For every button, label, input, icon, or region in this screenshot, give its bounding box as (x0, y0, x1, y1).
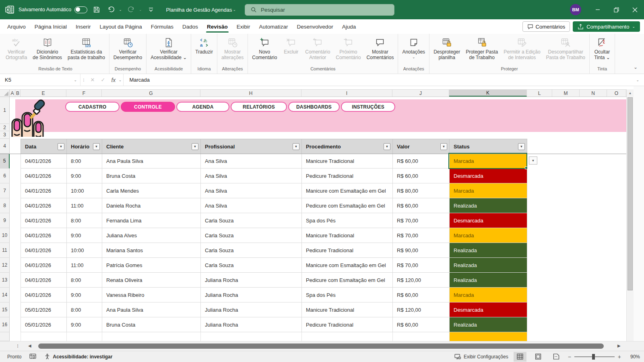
column-header-k[interactable]: K (449, 90, 527, 97)
banner-tab-agenda[interactable]: AGENDA (176, 102, 229, 112)
cell[interactable]: R$ 70,00 (393, 258, 450, 273)
column-header-a[interactable]: A (10, 90, 15, 97)
tab-automatizar[interactable]: Automatizar (255, 21, 292, 33)
cell[interactable]: Juliana Rocha (201, 302, 302, 317)
scroll-up-icon[interactable]: ▲ (627, 89, 634, 97)
column-header-e[interactable]: E (21, 90, 66, 97)
scroll-right-icon[interactable]: ▶ (617, 343, 621, 348)
cell[interactable]: Spa dos Pés (302, 213, 393, 228)
zoom-slider[interactable] (574, 356, 615, 357)
tab-layout-da-pagina[interactable]: Layout da Página (96, 21, 146, 33)
row-header-1[interactable]: 1 (0, 97, 10, 124)
tab-arquivo[interactable]: Arquivo (3, 21, 30, 33)
table-header-procedimento[interactable]: Procedimento▼ (302, 139, 393, 154)
cell[interactable]: Manicure com Esmaltação em Gel (302, 258, 393, 273)
comments-button[interactable]: Comentários (522, 21, 570, 32)
cell-status[interactable]: Desmarcada (450, 169, 527, 183)
banner-tab-dashboards[interactable]: DASHBOARDS (288, 102, 340, 112)
tab-dados[interactable]: Dados (178, 21, 202, 33)
zoom-in-icon[interactable]: + (618, 354, 621, 360)
cell[interactable]: R$ 90,00 (393, 243, 450, 258)
table-header-data[interactable]: Data▼ (21, 139, 67, 154)
cell[interactable]: Manicure Tradicional (302, 228, 393, 243)
cell-status[interactable]: Marcada (450, 154, 527, 169)
mostrar-comentarios-button[interactable]: MostrarComentários (364, 36, 396, 61)
filter-dropdown-icon[interactable]: ▼ (384, 143, 390, 150)
cell[interactable]: 11:00 (67, 258, 102, 273)
horizontal-scroll-thumb[interactable] (38, 343, 604, 349)
dicionario-de-sinonimos-button[interactable]: Dicionáriode Sinônimos (30, 36, 64, 61)
column-header-l[interactable]: L (527, 90, 552, 97)
anotacoes-button[interactable]: Anotações⌄ (400, 36, 427, 60)
avatar[interactable]: BM (570, 4, 581, 15)
sheet-tab-splitter[interactable]: ⁝ (17, 343, 19, 349)
cell[interactable]: R$ 120,00 (393, 273, 450, 288)
cell[interactable]: Bruna Costa (102, 169, 201, 183)
row-header-7[interactable]: 7 (0, 183, 10, 198)
fill-handle[interactable] (525, 167, 528, 169)
data-validation-dropdown[interactable]: ▼ (529, 156, 537, 165)
cell[interactable]: 9:00 (67, 228, 102, 243)
cell[interactable]: Ana Silva (201, 183, 302, 198)
cell[interactable]: R$ 60,00 (393, 317, 450, 332)
cell-status[interactable]: Realizada (450, 198, 527, 213)
tab-exibir[interactable]: Exibir (233, 21, 254, 33)
cell[interactable]: Pedicure Tradicional (302, 169, 393, 183)
ocultar-tinta-button[interactable]: OcultarTinta ⌄ (591, 36, 613, 61)
column-header-b[interactable]: B (15, 90, 21, 97)
cell[interactable]: Fernanda Lima (102, 213, 201, 228)
tab-pagina-inicial[interactable]: Página Inicial (31, 21, 71, 33)
cell[interactable]: 8:00 (67, 302, 102, 317)
cell[interactable]: 10:00 (67, 183, 102, 198)
row-header-6[interactable]: 6 (0, 169, 10, 183)
cell[interactable]: 9:00 (67, 169, 102, 183)
cell[interactable]: 9:00 (67, 317, 102, 332)
cell[interactable]: Carla Souza (201, 213, 302, 228)
cell[interactable]: R$ 60,00 (393, 288, 450, 302)
cell[interactable]: Patrícia Gomes (102, 258, 201, 273)
cell[interactable]: Juliana Rocha (201, 273, 302, 288)
formula-bar-content[interactable]: Marcada (125, 77, 150, 83)
cell-status[interactable]: Desmarcada (450, 213, 527, 228)
cell[interactable]: 04/01/2026 (21, 154, 67, 169)
cell[interactable]: Pedicure Tradicional (302, 317, 393, 332)
cell[interactable]: 04/01/2026 (21, 198, 67, 213)
row-header-5[interactable]: 5 (0, 154, 10, 169)
cell-status[interactable]: Realizada (450, 243, 527, 258)
table-header-cliente[interactable]: Cliente▼ (102, 139, 201, 154)
cell-status[interactable]: Realizada (450, 317, 527, 332)
table-header-horario[interactable]: Horário▼ (67, 139, 102, 154)
vertical-scroll-thumb[interactable] (627, 97, 633, 290)
row-header-8[interactable]: 8 (0, 198, 10, 213)
cell[interactable]: 04/01/2026 (21, 183, 67, 198)
column-header-i[interactable]: I (301, 90, 392, 97)
verificar-desempenho-button[interactable]: VerificarDesempenho (111, 36, 144, 61)
estatisticas-da-pasta-de-trabalho-button[interactable]: 123Estatísticas dapasta de trabalho (65, 36, 107, 61)
cell[interactable]: 04/01/2026 (21, 213, 67, 228)
cell-status[interactable]: Marcada (450, 288, 527, 302)
row-header-2[interactable]: 2 (0, 124, 10, 131)
scroll-left-icon[interactable]: ◀ (28, 343, 31, 348)
formula-bar-splitter[interactable]: ⁝ (80, 77, 87, 83)
restore-button[interactable] (607, 0, 625, 19)
cell[interactable]: Pedicure Tradicional (302, 243, 393, 258)
collapse-ribbon-icon[interactable]: ⌄ (634, 64, 638, 70)
cell[interactable]: 8:00 (67, 273, 102, 288)
cell[interactable]: Daniela Rocha (102, 198, 201, 213)
verificar-acessibilidade-button[interactable]: VerificarAcessibilidade ⌄ (148, 36, 189, 61)
tab-ajuda[interactable]: Ajuda (338, 21, 360, 33)
vertical-scrollbar[interactable]: ▲ (626, 89, 634, 341)
cell[interactable]: Carla Souza (201, 258, 302, 273)
column-header-j[interactable]: J (392, 90, 449, 97)
cell[interactable]: R$ 60,00 (393, 154, 450, 169)
desproteger-planilha-button[interactable]: Desprotegerplanilha (431, 36, 462, 61)
tab-revisao[interactable]: Revisão (203, 21, 232, 33)
tab-inserir[interactable]: Inserir (72, 21, 95, 33)
row-header-14[interactable]: 14 (0, 288, 10, 302)
filter-dropdown-icon[interactable]: ▼ (58, 143, 64, 150)
column-header-h[interactable]: H (200, 90, 301, 97)
cell[interactable]: Manicure com Esmaltação em Gel (302, 183, 393, 198)
row-header-10[interactable]: 10 (0, 228, 10, 243)
cell[interactable]: 05/01/2026 (21, 317, 67, 332)
cell[interactable]: Carla Souza (201, 228, 302, 243)
